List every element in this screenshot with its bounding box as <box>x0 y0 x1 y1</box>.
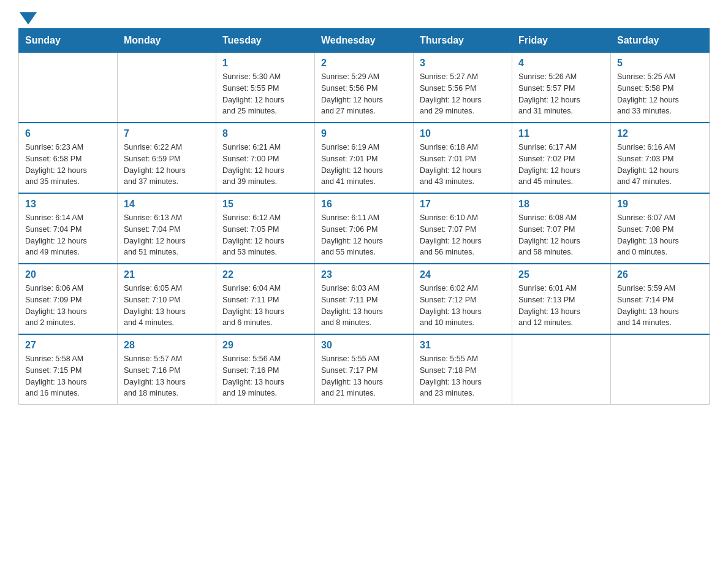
calendar-cell: 18Sunrise: 6:08 AM Sunset: 7:07 PM Dayli… <box>512 193 611 264</box>
day-info: Sunrise: 6:11 AM Sunset: 7:06 PM Dayligh… <box>321 212 407 258</box>
day-number: 30 <box>321 340 407 351</box>
day-info: Sunrise: 6:12 AM Sunset: 7:05 PM Dayligh… <box>222 212 308 258</box>
day-number: 24 <box>420 269 506 280</box>
calendar-cell: 27Sunrise: 5:58 AM Sunset: 7:15 PM Dayli… <box>19 334 118 405</box>
day-number: 4 <box>518 58 604 69</box>
calendar-cell: 5Sunrise: 5:25 AM Sunset: 5:58 PM Daylig… <box>611 53 710 123</box>
day-number: 21 <box>124 269 210 280</box>
day-number: 19 <box>617 199 703 210</box>
day-info: Sunrise: 6:13 AM Sunset: 7:04 PM Dayligh… <box>124 212 210 258</box>
calendar-cell: 17Sunrise: 6:10 AM Sunset: 7:07 PM Dayli… <box>414 193 512 264</box>
calendar-cell <box>19 53 118 123</box>
day-info: Sunrise: 6:18 AM Sunset: 7:01 PM Dayligh… <box>420 142 506 188</box>
day-number: 18 <box>518 199 604 210</box>
calendar-cell: 13Sunrise: 6:14 AM Sunset: 7:04 PM Dayli… <box>19 193 118 264</box>
calendar-week-row: 1Sunrise: 5:30 AM Sunset: 5:55 PM Daylig… <box>19 53 710 123</box>
weekday-header-row: SundayMondayTuesdayWednesdayThursdayFrid… <box>19 29 710 53</box>
weekday-header: Saturday <box>611 29 710 53</box>
day-info: Sunrise: 6:07 AM Sunset: 7:08 PM Dayligh… <box>617 212 703 258</box>
day-number: 11 <box>518 128 604 139</box>
day-number: 12 <box>617 128 703 139</box>
calendar-cell: 2Sunrise: 5:29 AM Sunset: 5:56 PM Daylig… <box>315 53 414 123</box>
day-number: 2 <box>321 58 407 69</box>
calendar-table: SundayMondayTuesdayWednesdayThursdayFrid… <box>18 28 710 405</box>
day-info: Sunrise: 6:17 AM Sunset: 7:02 PM Dayligh… <box>518 142 604 188</box>
day-info: Sunrise: 5:58 AM Sunset: 7:15 PM Dayligh… <box>25 353 111 399</box>
day-info: Sunrise: 5:30 AM Sunset: 5:55 PM Dayligh… <box>222 71 308 117</box>
calendar-cell: 16Sunrise: 6:11 AM Sunset: 7:06 PM Dayli… <box>315 193 414 264</box>
day-number: 28 <box>124 340 210 351</box>
day-info: Sunrise: 5:27 AM Sunset: 5:56 PM Dayligh… <box>420 71 506 117</box>
calendar-cell: 10Sunrise: 6:18 AM Sunset: 7:01 PM Dayli… <box>414 123 512 193</box>
day-info: Sunrise: 5:25 AM Sunset: 5:58 PM Dayligh… <box>617 71 703 117</box>
day-number: 3 <box>420 58 506 69</box>
day-info: Sunrise: 6:23 AM Sunset: 6:58 PM Dayligh… <box>25 142 111 188</box>
calendar-cell: 3Sunrise: 5:27 AM Sunset: 5:56 PM Daylig… <box>414 53 512 123</box>
day-info: Sunrise: 6:02 AM Sunset: 7:12 PM Dayligh… <box>420 283 506 329</box>
day-number: 17 <box>420 199 506 210</box>
calendar-cell: 19Sunrise: 6:07 AM Sunset: 7:08 PM Dayli… <box>611 193 710 264</box>
logo <box>18 12 38 22</box>
calendar-cell: 28Sunrise: 5:57 AM Sunset: 7:16 PM Dayli… <box>118 334 216 405</box>
day-number: 25 <box>518 269 604 280</box>
day-number: 29 <box>222 340 308 351</box>
day-number: 23 <box>321 269 407 280</box>
calendar-cell: 11Sunrise: 6:17 AM Sunset: 7:02 PM Dayli… <box>512 123 611 193</box>
day-info: Sunrise: 6:06 AM Sunset: 7:09 PM Dayligh… <box>25 283 111 329</box>
weekday-header: Sunday <box>19 29 118 53</box>
day-number: 31 <box>420 340 506 351</box>
day-info: Sunrise: 5:26 AM Sunset: 5:57 PM Dayligh… <box>518 71 604 117</box>
day-number: 27 <box>25 340 111 351</box>
calendar-cell: 20Sunrise: 6:06 AM Sunset: 7:09 PM Dayli… <box>19 264 118 334</box>
calendar-cell <box>611 334 710 405</box>
day-number: 26 <box>617 269 703 280</box>
calendar-cell: 15Sunrise: 6:12 AM Sunset: 7:05 PM Dayli… <box>216 193 315 264</box>
calendar-cell: 9Sunrise: 6:19 AM Sunset: 7:01 PM Daylig… <box>315 123 414 193</box>
day-info: Sunrise: 6:01 AM Sunset: 7:13 PM Dayligh… <box>518 283 604 329</box>
day-number: 1 <box>222 58 308 69</box>
day-number: 14 <box>124 199 210 210</box>
calendar-cell: 12Sunrise: 6:16 AM Sunset: 7:03 PM Dayli… <box>611 123 710 193</box>
day-number: 13 <box>25 199 111 210</box>
calendar-cell <box>118 53 216 123</box>
day-number: 6 <box>25 128 111 139</box>
day-number: 9 <box>321 128 407 139</box>
calendar-cell: 6Sunrise: 6:23 AM Sunset: 6:58 PM Daylig… <box>19 123 118 193</box>
weekday-header: Monday <box>118 29 216 53</box>
day-info: Sunrise: 5:56 AM Sunset: 7:16 PM Dayligh… <box>222 353 308 399</box>
calendar-cell: 29Sunrise: 5:56 AM Sunset: 7:16 PM Dayli… <box>216 334 315 405</box>
calendar-cell: 31Sunrise: 5:55 AM Sunset: 7:18 PM Dayli… <box>414 334 512 405</box>
day-info: Sunrise: 6:16 AM Sunset: 7:03 PM Dayligh… <box>617 142 703 188</box>
calendar-cell: 22Sunrise: 6:04 AM Sunset: 7:11 PM Dayli… <box>216 264 315 334</box>
calendar-cell: 4Sunrise: 5:26 AM Sunset: 5:57 PM Daylig… <box>512 53 611 123</box>
weekday-header: Tuesday <box>216 29 315 53</box>
day-info: Sunrise: 6:04 AM Sunset: 7:11 PM Dayligh… <box>222 283 308 329</box>
calendar-week-row: 27Sunrise: 5:58 AM Sunset: 7:15 PM Dayli… <box>19 334 710 405</box>
logo-triangle-icon <box>20 12 37 25</box>
day-info: Sunrise: 6:10 AM Sunset: 7:07 PM Dayligh… <box>420 212 506 258</box>
day-info: Sunrise: 6:03 AM Sunset: 7:11 PM Dayligh… <box>321 283 407 329</box>
weekday-header: Friday <box>512 29 611 53</box>
calendar-cell: 30Sunrise: 5:55 AM Sunset: 7:17 PM Dayli… <box>315 334 414 405</box>
day-info: Sunrise: 6:14 AM Sunset: 7:04 PM Dayligh… <box>25 212 111 258</box>
day-number: 15 <box>222 199 308 210</box>
day-number: 16 <box>321 199 407 210</box>
calendar-cell: 7Sunrise: 6:22 AM Sunset: 6:59 PM Daylig… <box>118 123 216 193</box>
day-number: 22 <box>222 269 308 280</box>
day-info: Sunrise: 6:05 AM Sunset: 7:10 PM Dayligh… <box>124 283 210 329</box>
day-info: Sunrise: 6:08 AM Sunset: 7:07 PM Dayligh… <box>518 212 604 258</box>
day-info: Sunrise: 6:22 AM Sunset: 6:59 PM Dayligh… <box>124 142 210 188</box>
day-info: Sunrise: 5:29 AM Sunset: 5:56 PM Dayligh… <box>321 71 407 117</box>
calendar-cell: 25Sunrise: 6:01 AM Sunset: 7:13 PM Dayli… <box>512 264 611 334</box>
calendar-cell <box>512 334 611 405</box>
day-info: Sunrise: 6:19 AM Sunset: 7:01 PM Dayligh… <box>321 142 407 188</box>
day-info: Sunrise: 5:59 AM Sunset: 7:14 PM Dayligh… <box>617 283 703 329</box>
calendar-week-row: 13Sunrise: 6:14 AM Sunset: 7:04 PM Dayli… <box>19 193 710 264</box>
calendar-week-row: 6Sunrise: 6:23 AM Sunset: 6:58 PM Daylig… <box>19 123 710 193</box>
calendar-cell: 21Sunrise: 6:05 AM Sunset: 7:10 PM Dayli… <box>118 264 216 334</box>
calendar-week-row: 20Sunrise: 6:06 AM Sunset: 7:09 PM Dayli… <box>19 264 710 334</box>
day-number: 5 <box>617 58 703 69</box>
day-number: 20 <box>25 269 111 280</box>
weekday-header: Wednesday <box>315 29 414 53</box>
day-number: 8 <box>222 128 308 139</box>
